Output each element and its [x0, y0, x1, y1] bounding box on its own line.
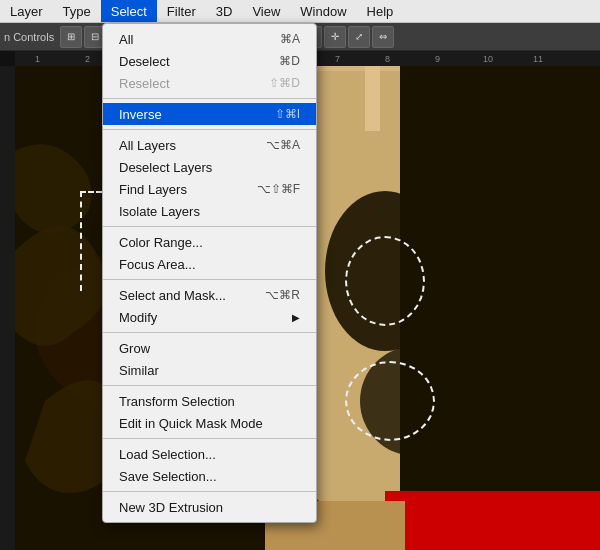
toolbar-btn-align1[interactable]: ⊞ [60, 26, 82, 48]
menu-item-transform-selection[interactable]: Transform Selection [103, 390, 316, 412]
menu-view[interactable]: View [242, 0, 290, 22]
separator-8 [103, 491, 316, 492]
menu-3d[interactable]: 3D [206, 0, 243, 22]
menu-window[interactable]: Window [290, 0, 356, 22]
menu-layer[interactable]: Layer [0, 0, 53, 22]
menu-item-deselect[interactable]: Deselect ⌘D [103, 50, 316, 72]
svg-rect-12 [0, 51, 15, 550]
submenu-arrow-icon: ▶ [292, 312, 300, 323]
toolbar-btn-3d4[interactable]: ⤢ [348, 26, 370, 48]
svg-text:1: 1 [35, 54, 40, 64]
svg-point-20 [360, 346, 470, 456]
menu-item-load-selection[interactable]: Load Selection... [103, 443, 316, 465]
toolbar-btn-3d3[interactable]: ✛ [324, 26, 346, 48]
menu-item-edit-quick-mask[interactable]: Edit in Quick Mask Mode [103, 412, 316, 434]
separator-1 [103, 98, 316, 99]
menu-item-new-3d-extrusion[interactable]: New 3D Extrusion [103, 496, 316, 518]
separator-7 [103, 438, 316, 439]
toolbar-label: n Controls [4, 31, 54, 43]
menu-item-all[interactable]: All ⌘A [103, 28, 316, 50]
svg-text:10: 10 [483, 54, 493, 64]
menu-item-reselect: Reselect ⇧⌘D [103, 72, 316, 94]
menu-item-deselect-layers[interactable]: Deselect Layers [103, 156, 316, 178]
select-dropdown-menu: All ⌘A Deselect ⌘D Reselect ⇧⌘D Inverse … [102, 23, 317, 523]
menu-item-grow[interactable]: Grow [103, 337, 316, 359]
svg-rect-25 [385, 491, 600, 550]
svg-text:11: 11 [533, 54, 543, 64]
menu-select[interactable]: Select [101, 0, 157, 22]
menu-item-find-layers[interactable]: Find Layers ⌥⇧⌘F [103, 178, 316, 200]
menu-type[interactable]: Type [53, 0, 101, 22]
menu-bar: Layer Type Select Filter 3D View Window … [0, 0, 600, 23]
svg-text:9: 9 [435, 54, 440, 64]
menu-item-color-range[interactable]: Color Range... [103, 231, 316, 253]
svg-text:7: 7 [335, 54, 340, 64]
toolbar-btn-3d5[interactable]: ⇔ [372, 26, 394, 48]
separator-4 [103, 279, 316, 280]
menu-item-similar[interactable]: Similar [103, 359, 316, 381]
menu-item-isolate-layers[interactable]: Isolate Layers [103, 200, 316, 222]
menu-filter[interactable]: Filter [157, 0, 206, 22]
svg-text:8: 8 [385, 54, 390, 64]
separator-3 [103, 226, 316, 227]
svg-point-19 [325, 191, 445, 351]
menu-help[interactable]: Help [357, 0, 404, 22]
ruler-corner [0, 51, 15, 66]
menu-item-focus-area[interactable]: Focus Area... [103, 253, 316, 275]
menu-item-all-layers[interactable]: All Layers ⌥⌘A [103, 134, 316, 156]
separator-2 [103, 129, 316, 130]
menu-item-inverse[interactable]: Inverse ⇧⌘I [103, 103, 316, 125]
separator-5 [103, 332, 316, 333]
separator-6 [103, 385, 316, 386]
svg-text:2: 2 [85, 54, 90, 64]
ruler-vertical [0, 51, 15, 550]
menu-item-save-selection[interactable]: Save Selection... [103, 465, 316, 487]
menu-item-modify[interactable]: Modify ▶ [103, 306, 316, 328]
menu-item-select-mask[interactable]: Select and Mask... ⌥⌘R [103, 284, 316, 306]
